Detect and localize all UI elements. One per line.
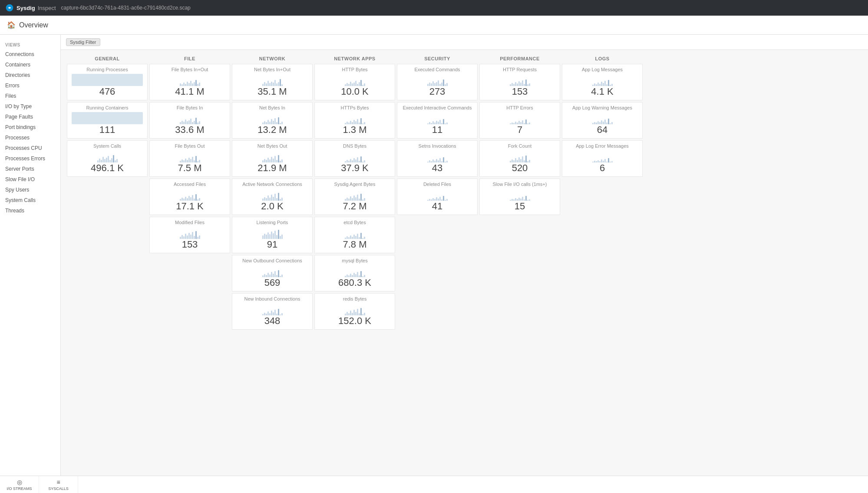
cell-empty-5-6 [479,217,560,253]
sidebar-item-system-calls[interactable]: System Calls [0,195,60,205]
syscalls-button[interactable]: ≡ SYSCALLS [39,476,78,493]
cell-value: 496.1 K [72,162,143,174]
cell-active-network-connections[interactable]: Active Network Connections 2.0 K [232,179,313,215]
sidebar-item-connections[interactable]: Connections [0,49,60,60]
sidebar-item-errors[interactable]: Errors [0,80,60,91]
cell-label: HTTP Requests [484,67,555,72]
cell-label: File Bytes In+Out [154,67,225,72]
cell-label: New Outbound Connections [237,258,308,263]
cell-value: 111 [72,124,143,136]
cell-listening-ports[interactable]: Listening Ports 91 [232,217,313,253]
topbar: Sysdig Inspect capture-6bc3d74c-761a-483… [0,0,868,16]
cell-chart [567,74,638,86]
sidebar-item-processes-errors[interactable]: Processes Errors [0,153,60,164]
cell-accessed-files[interactable]: Accessed Files 17.1 K [149,179,230,215]
cell-http-bytes[interactable]: HTTP Bytes 10.0 K [314,64,395,100]
cell-app-log-messages[interactable]: App Log Messages 4.1 K [562,64,643,100]
filter-tag[interactable]: Sysdig Filter [66,38,100,46]
sidebar-item-server-ports[interactable]: Server Ports [0,164,60,174]
cell-dns-bytes[interactable]: DNS Bytes 37.9 K [314,140,395,177]
cell-setns-invocations[interactable]: Setns Invocations 43 [397,140,478,177]
cell-redis-bytes[interactable]: redis Bytes 152.0 K [314,293,395,330]
cell-chart [237,150,308,162]
cell-label: Deleted Files [402,182,473,187]
cell-label: Active Network Connections [237,182,308,187]
sidebar-item-directories[interactable]: Directories [0,70,60,80]
sidebar-item-slow-file-io[interactable]: Slow File I/O [0,174,60,185]
cell-net-bytes-in[interactable]: Net Bytes In 13.2 M [232,102,313,139]
cell-value: 348 [237,315,308,327]
cell-deleted-files[interactable]: Deleted Files 41 [397,179,478,215]
cell-label: App Log Error Messages [567,143,638,149]
cell-fork-count[interactable]: Fork Count 520 [479,140,560,177]
cell-http-requests[interactable]: HTTP Requests 153 [479,64,560,100]
io-streams-icon: ◎ [17,479,22,486]
sidebar-item-files[interactable]: Files [0,91,60,101]
product-name: Inspect [38,5,56,11]
syscalls-label: SYSCALLS [48,486,69,491]
home-icon[interactable]: 🏠 [7,21,16,29]
main-content: Sysdig Filter GENERAL FILE NETWORK NETWO… [61,35,868,476]
cell-http-errors[interactable]: HTTP Errors 7 [479,102,560,139]
cell-value: 273 [402,86,473,97]
io-streams-button[interactable]: ◎ I/O STREAMS [0,476,39,493]
cell-chart [319,265,390,277]
col-header-network-apps: NETWORK APPS [314,53,396,63]
cell-value: 153 [484,86,555,97]
cell-label: Running Processes [72,67,143,72]
sidebar-item-containers[interactable]: Containers [0,60,60,70]
cell-app-log-error[interactable]: App Log Error Messages 6 [562,140,643,177]
sidebar-item-port-bindings[interactable]: Port bindings [0,122,60,132]
cell-executed-interactive-commands[interactable]: Executed Interactive Commands 11 [397,102,478,139]
col-header-file: FILE [149,53,231,63]
cell-running-containers[interactable]: Running Containers 111 [67,102,148,139]
grid-row-3: System Calls 496.1 K File Bytes Out 7.5 … [66,139,863,178]
cell-sysdig-agent-bytes[interactable]: Sysdig Agent Bytes 7.2 M [314,179,395,215]
cell-app-log-warning[interactable]: App Log Warning Messages 64 [562,102,643,139]
sidebar-item-threads[interactable]: Threads [0,205,60,216]
cell-etcd-bytes[interactable]: etcd Bytes 7.8 M [314,217,395,253]
cell-value: 35.1 M [237,86,308,97]
cell-slow-file-io-calls[interactable]: Slow File I/O calls (1ms+) 15 [479,179,560,215]
sidebar-item-spy-users[interactable]: Spy Users [0,185,60,195]
cell-chart [319,150,390,162]
sidebar-item-processes-cpu[interactable]: Processes CPU [0,143,60,153]
cell-chart [154,74,225,86]
grid-row-4: Accessed Files 17.1 K Active Network Con… [66,178,863,216]
grid-headers: GENERAL FILE NETWORK NETWORK APPS SECURI… [66,53,863,63]
cell-https-bytes[interactable]: HTTPs Bytes 1.3 M [314,102,395,139]
cell-executed-commands[interactable]: Executed Commands 273 [397,64,478,100]
cell-value: 7 [484,124,555,136]
cell-chart [319,74,390,86]
cell-label: Executed Commands [402,67,473,72]
cell-new-outbound-connections[interactable]: New Outbound Connections 569 [232,255,313,291]
brand-name: Sysdig [17,5,35,11]
cell-file-bytes-inout[interactable]: File Bytes In+Out 41.1 M [149,64,230,100]
cell-file-bytes-in[interactable]: File Bytes In 33.6 M [149,102,230,139]
cell-file-bytes-out[interactable]: File Bytes Out 7.5 M [149,140,230,177]
cell-empty-7-2 [149,293,230,330]
cell-mysql-bytes[interactable]: mysql Bytes 680.3 K [314,255,395,291]
cell-chart [402,112,473,124]
cell-chart [484,189,555,201]
cell-label: HTTPs Bytes [319,105,390,110]
cell-new-inbound-connections[interactable]: New Inbound Connections 348 [232,293,313,330]
cell-empty-4-1 [67,179,148,215]
cell-chart [402,74,473,86]
sidebar-item-processes[interactable]: Processes [0,132,60,143]
cell-chart [237,74,308,86]
sidebar-item-io-by-type[interactable]: I/O by Type [0,101,60,112]
sidebar-section-label: VIEWS [0,39,60,49]
cell-chart [237,265,308,277]
cell-chart [154,189,225,201]
cell-chart [402,189,473,201]
cell-running-processes[interactable]: Running Processes 476 [67,64,148,100]
cell-chart [154,227,225,239]
sidebar-item-page-faults[interactable]: Page Faults [0,112,60,122]
grid-row-6: New Outbound Connections 569 mysql Bytes… [66,254,863,292]
cell-system-calls[interactable]: System Calls 496.1 K [67,140,148,177]
cell-net-bytes-inout[interactable]: Net Bytes In+Out 35.1 M [232,64,313,100]
cell-modified-files[interactable]: Modified Files 153 [149,217,230,253]
cell-value: 13.2 M [237,124,308,136]
cell-net-bytes-out[interactable]: Net Bytes Out 21.9 M [232,140,313,177]
